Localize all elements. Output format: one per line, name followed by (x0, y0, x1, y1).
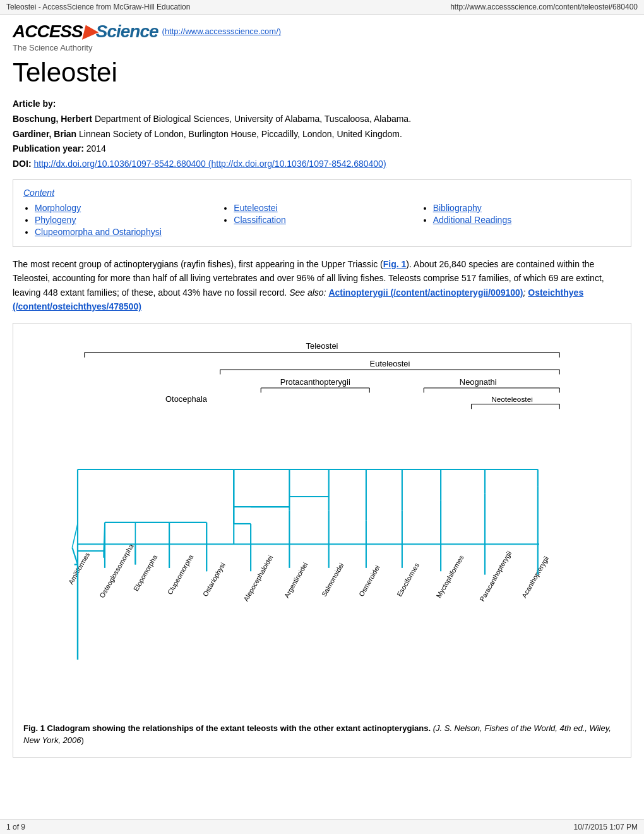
doi-link[interactable]: http://dx.doi.org/10.1036/1097-8542.6804… (33, 159, 386, 169)
author1-line: Boschung, Herbert Department of Biologic… (13, 112, 631, 127)
author2-affiliation: Linnean Society of London, Burlington Ho… (76, 129, 402, 139)
figure-caption-end: ) (81, 735, 84, 745)
logo-link[interactable]: (http://www.accessscience.com/) (162, 27, 282, 36)
figure-caption-bold: Fig. 1 Cladogram showing the relationshi… (23, 723, 431, 733)
see-also: See also: Actinopterygii (/content/actin… (13, 287, 583, 311)
toc-item-bibliography[interactable]: Bibliography (433, 203, 621, 213)
svg-text:Protacanthopterygii: Protacanthopterygii (280, 377, 350, 386)
logo-area: ACCESS▶Science (http://www.accessscience… (13, 21, 631, 42)
doi-label: DOI: (13, 159, 32, 169)
svg-text:Neoteleostei: Neoteleostei (491, 394, 533, 403)
article-by-label: Article by: (13, 99, 56, 109)
article-by-line: Article by: (13, 97, 631, 112)
toc-col-2: Euteleostei Classification (222, 203, 421, 239)
figure-container: Teleostei Euteleostei Protacanthopterygi… (13, 323, 631, 758)
fig1-link[interactable]: Fig. 1 (383, 259, 407, 269)
toc-item-euteleostei[interactable]: Euteleostei (234, 203, 421, 213)
see-also-actinopterygii[interactable]: Actinopterygii (/content/actinopterygii/… (328, 287, 523, 298)
url-bar: http://www.accessscience.com/content/tel… (450, 3, 638, 11)
svg-text:Teleostei: Teleostei (306, 341, 338, 350)
logo-science: Science (96, 21, 158, 41)
cladogram-svg: Teleostei Euteleostei Protacanthopterygi… (23, 334, 621, 714)
tagline: The Science Authority (13, 43, 631, 52)
meta-section: Article by: Boschung, Herbert Department… (13, 97, 631, 172)
figure-caption: Fig. 1 Cladogram showing the relationshi… (23, 722, 621, 747)
toc-box: Content Morphology Phylogeny Clupeomorph… (13, 179, 631, 247)
toc-item-classification[interactable]: Classification (234, 215, 421, 225)
toc-col-1: Morphology Phylogeny Clupeomorpha and Os… (23, 203, 222, 239)
toc-item-phylogeny[interactable]: Phylogeny (35, 215, 222, 225)
author1-affiliation: Department of Biological Sciences, Unive… (92, 114, 411, 124)
svg-rect-0 (23, 334, 621, 714)
toc-item-additional-readings[interactable]: Additional Readings (433, 215, 621, 225)
toc-grid: Morphology Phylogeny Clupeomorpha and Os… (23, 203, 621, 239)
article-body: The most recent group of actinopterygian… (13, 257, 631, 314)
browser-bar: Teleostei - AccessScience from McGraw-Hi… (0, 0, 644, 15)
author2-line: Gardiner, Brian Linnean Society of Londo… (13, 127, 631, 142)
author1-name: Boschung, Herbert (13, 114, 92, 124)
logo-arrow: ▶ (83, 21, 96, 41)
toc-item-clupeomorpha[interactable]: Clupeomorpha and Ostariophysi (35, 227, 222, 237)
figure-svg: Teleostei Euteleostei Protacanthopterygi… (23, 334, 621, 716)
author2-name: Gardiner, Brian (13, 129, 76, 139)
svg-text:Neognathi: Neognathi (460, 377, 497, 386)
toc-item-morphology[interactable]: Morphology (35, 203, 222, 213)
toc-col-3: Bibliography Additional Readings (422, 203, 621, 239)
pub-year-label: Publication year: (13, 143, 84, 154)
pub-year-line: Publication year: 2014 (13, 142, 631, 157)
svg-text:Euteleostei: Euteleostei (370, 358, 410, 368)
page-title: Teleostei (13, 57, 631, 88)
pub-year: 2014 (84, 143, 106, 154)
svg-text:Otocephala: Otocephala (165, 394, 208, 403)
logo-text: ACCESS▶Science (13, 21, 158, 42)
logo-access: ACCESS (13, 21, 83, 41)
toc-title[interactable]: Content (23, 188, 621, 198)
doi-line: DOI: http://dx.doi.org/10.1036/1097-8542… (13, 157, 631, 172)
tab-title: Teleostei - AccessScience from McGraw-Hi… (6, 3, 190, 11)
